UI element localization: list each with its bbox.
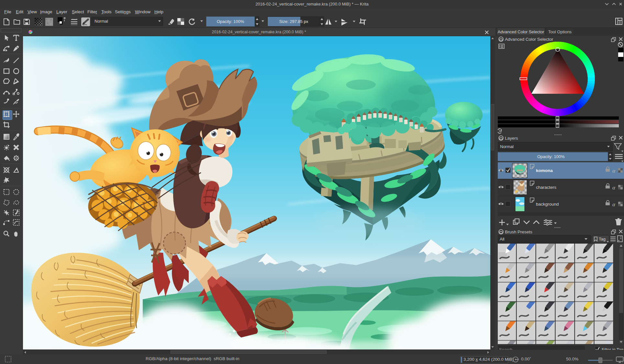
svg-text:α: α [612,185,616,191]
svg-text:Tag: Tag [599,237,606,241]
svg-text:α: α [612,168,616,174]
svg-text:Normal: Normal [500,144,514,149]
svg-text:background: background [536,202,559,207]
svg-text:Filter in Tag: Filter in Tag [602,347,623,350]
svg-text:All: All [500,237,505,241]
svg-text:komona: komona [536,168,553,173]
svg-text:α: α [612,201,616,208]
svg-text:Search: Search [499,347,512,350]
svg-text:Advanced Color Selector: Advanced Color Selector [505,37,553,42]
svg-text:characters: characters [536,185,556,190]
svg-text:Brush Presets: Brush Presets [505,230,532,234]
svg-text:Layers: Layers [505,136,518,141]
svg-text:Opacity: 100%: Opacity: 100% [537,154,565,159]
